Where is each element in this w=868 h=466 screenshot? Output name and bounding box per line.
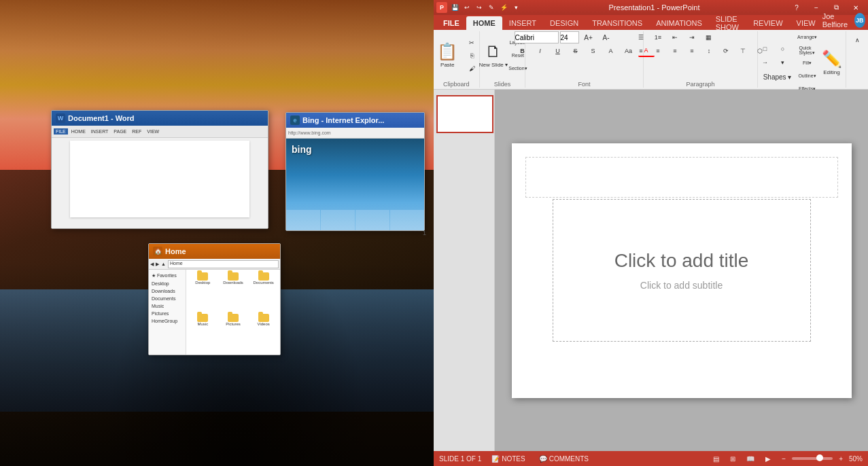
word-layout-tab[interactable]: PAGE <box>111 128 128 135</box>
tab-slide-show[interactable]: SLIDE SHOW <box>709 16 746 30</box>
align-text-btn[interactable]: ⊤ <box>735 45 751 57</box>
shape-outline-btn[interactable]: Outline▾ <box>799 70 816 82</box>
sidebar-music[interactable]: Music <box>150 302 184 310</box>
quick-styles-button[interactable]: Quick Styles▾ <box>799 44 816 56</box>
pp-help-btn[interactable]: ? <box>787 0 806 15</box>
notes-button[interactable]: 📝 NOTES <box>488 453 528 464</box>
shapes-button[interactable]: Shapes ▾ <box>757 70 798 84</box>
qat-undo-btn[interactable]: ↩ <box>462 2 472 13</box>
home-window[interactable]: 🏠 Home ◀ ▶ ▲ Home ★ Favorites Desktop Do… <box>148 243 281 355</box>
word-home-tab[interactable]: HOME <box>69 128 88 135</box>
col-btn[interactable]: ▦ <box>701 31 717 43</box>
font-size-input[interactable] <box>560 31 579 43</box>
format-painter-button[interactable]: 🖌 <box>464 62 480 75</box>
explorer-address[interactable]: Home <box>168 260 279 268</box>
tab-file[interactable]: FILE <box>436 16 466 30</box>
shape-fill-btn[interactable]: Fill▾ <box>799 57 816 69</box>
paste-button[interactable]: 📋 Paste <box>432 35 462 76</box>
explorer-back-btn[interactable]: ◀ <box>150 262 154 267</box>
word-window[interactable]: W Document1 - Word FILE HOME INSERT PAGE… <box>51 110 268 229</box>
tab-animations[interactable]: ANIMATIONS <box>649 16 709 30</box>
comments-button[interactable]: 💬 COMMENTS <box>536 453 592 464</box>
align-center-btn[interactable]: ≡ <box>650 45 666 57</box>
word-insert-tab[interactable]: INSERT <box>89 128 111 135</box>
cut-button[interactable]: ✂ <box>464 37 480 49</box>
explorer-item-desktop[interactable]: Desktop <box>189 272 217 311</box>
tab-home[interactable]: HOME <box>466 16 502 30</box>
sidebar-downloads[interactable]: Downloads <box>150 287 184 295</box>
sidebar-homegroup[interactable]: HomeGroup <box>150 317 184 325</box>
slideshow-btn[interactable]: ▶ <box>762 453 774 464</box>
zoom-slider[interactable] <box>792 457 833 460</box>
qat-redo-btn[interactable]: ↪ <box>474 2 485 13</box>
reading-view-btn[interactable]: 📖 <box>743 453 758 464</box>
zoom-in-btn[interactable]: + <box>835 453 846 464</box>
explorer-forward-btn[interactable]: ▶ <box>156 262 159 267</box>
zoom-bar: − + 50% <box>778 453 863 464</box>
sidebar-pictures[interactable]: Pictures <box>150 310 184 317</box>
tab-design[interactable]: DESIGN <box>543 16 585 30</box>
tab-review[interactable]: REVIEW <box>746 16 789 30</box>
font-family-input[interactable] <box>515 31 559 43</box>
explorer-up-btn[interactable]: ▲ <box>161 262 166 266</box>
arrange-button[interactable]: Arrange▾ <box>799 31 816 43</box>
word-view-tab[interactable]: VIEW <box>145 128 161 135</box>
font-grow-btn[interactable]: A+ <box>580 31 597 43</box>
zoom-slider-thumb[interactable] <box>816 454 823 461</box>
align-left-btn[interactable]: ≡ <box>633 45 649 57</box>
qat-flash-btn[interactable]: ⚡ <box>498 2 509 13</box>
strikethrough-button[interactable]: S <box>568 45 584 57</box>
copy-button[interactable]: ⎘ <box>464 50 480 62</box>
underline-button[interactable]: U <box>550 45 566 57</box>
sidebar-favorites[interactable]: ★ Favorites <box>150 272 184 280</box>
text-direction-btn[interactable]: ⟳ <box>718 45 734 57</box>
explorer-item-videos[interactable]: Videos <box>249 314 277 353</box>
word-file-tab[interactable]: FILE <box>54 128 68 135</box>
tab-insert[interactable]: INSERT <box>502 16 543 30</box>
line-spacing-btn[interactable]: ↕ <box>701 45 717 57</box>
font-shrink-btn[interactable]: A- <box>598 31 614 43</box>
shadow-button[interactable]: S <box>585 45 602 57</box>
char-spacing-btn[interactable]: A <box>603 45 619 57</box>
shape-rect[interactable]: □ <box>757 43 774 55</box>
zoom-out-btn[interactable]: − <box>778 453 789 464</box>
tab-transitions[interactable]: TRANSITIONS <box>585 16 649 30</box>
ribbon-collapse-btn[interactable]: ∧ <box>849 34 865 46</box>
justify-btn[interactable]: ≡ <box>684 45 700 57</box>
slide-thumbnail-1[interactable] <box>436 95 493 133</box>
shape-more[interactable]: ▾ <box>775 56 791 69</box>
align-right-btn[interactable]: ≡ <box>667 45 683 57</box>
pp-slide-canvas[interactable]: Click to add title Click to add subtitle <box>512 143 852 398</box>
qat-save-btn[interactable]: 💾 <box>449 2 460 13</box>
sidebar-desktop[interactable]: Desktop <box>150 280 184 287</box>
explorer-item-music[interactable]: Music <box>189 314 217 353</box>
bold-button[interactable]: B <box>515 45 531 57</box>
explorer-item-downloads[interactable]: Downloads <box>220 272 247 311</box>
ribbon-group-drawing: □ ○ → ▾ Shapes ▾ Arrange▾ Quick Styles▾ … <box>758 31 846 88</box>
word-ref-tab[interactable]: REF <box>130 128 143 135</box>
tab-view[interactable]: VIEW <box>790 16 822 30</box>
new-slide-icon: 🗋 <box>485 43 502 60</box>
italic-button[interactable]: I <box>532 45 549 57</box>
editing-button[interactable]: ✏️ Editing <box>817 43 847 84</box>
normal-view-btn[interactable]: ▤ <box>710 453 723 464</box>
shape-arrow[interactable]: → <box>757 56 774 69</box>
qat-pen-btn[interactable]: ✎ <box>486 2 497 13</box>
shape-oval[interactable]: ○ <box>775 43 791 55</box>
slide-sorter-btn[interactable]: ⊞ <box>727 453 739 464</box>
bing-window[interactable]: e Bing - Internet Explor... http://www.b… <box>285 112 425 231</box>
bing-logo: bing <box>292 144 312 155</box>
sidebar-documents[interactable]: Documents <box>150 295 184 302</box>
qat-dropdown-btn[interactable]: ▾ <box>510 2 521 13</box>
explorer-item-documents[interactable]: Documents <box>249 272 277 311</box>
bing-address-bar[interactable]: http://www.bing.com <box>286 128 424 139</box>
new-slide-button[interactable]: 🗋 New Slide ▾ <box>479 35 508 76</box>
increase-indent-btn[interactable]: ⇥ <box>684 31 700 43</box>
explorer-item-pictures[interactable]: Pictures <box>220 314 247 353</box>
slide-title-placeholder[interactable]: Click to add title <box>614 250 749 272</box>
numbering-btn[interactable]: 1≡ <box>650 31 666 43</box>
slide-content-box[interactable]: Click to add title Click to add subtitle <box>553 199 811 342</box>
slide-subtitle-placeholder[interactable]: Click to add subtitle <box>640 280 723 291</box>
bullets-btn[interactable]: ☰ <box>633 31 649 43</box>
decrease-indent-btn[interactable]: ⇤ <box>667 31 683 43</box>
